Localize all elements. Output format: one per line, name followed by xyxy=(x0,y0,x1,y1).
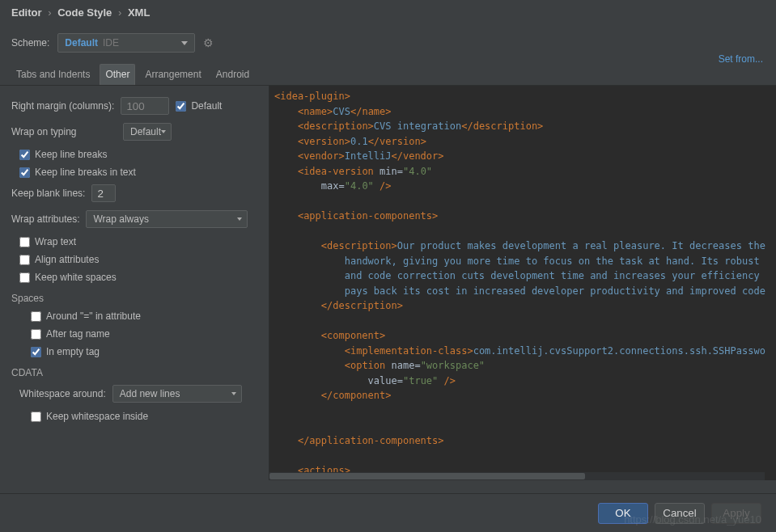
spaces-section-label: Spaces xyxy=(11,293,257,304)
scheme-name: Default xyxy=(65,37,98,49)
right-margin-input[interactable] xyxy=(121,97,169,115)
chevron-down-icon xyxy=(231,392,236,395)
keep-blank-label: Keep blank lines: xyxy=(11,188,85,199)
cdata-section-label: CDATA xyxy=(11,367,257,378)
scheme-label: Scheme: xyxy=(11,37,49,49)
align-attrs-checkbox[interactable] xyxy=(19,255,30,265)
scheme-select[interactable]: Default IDE xyxy=(57,33,195,53)
after-tag-checkbox[interactable] xyxy=(31,329,41,340)
keep-ws-inside-checkbox[interactable] xyxy=(31,412,41,422)
keep-line-breaks-text-label: Keep line breaks in text xyxy=(35,167,136,178)
align-attrs-label: Align attributes xyxy=(35,254,99,265)
wrap-typing-label: Wrap on typing xyxy=(11,126,117,137)
keep-ws-inside-label: Keep whitespace inside xyxy=(46,411,148,422)
around-eq-label: Around "=" in attribute xyxy=(46,310,141,322)
wrap-attrs-select[interactable]: Wrap always xyxy=(86,210,248,228)
keep-blank-input[interactable] xyxy=(91,184,116,202)
ws-around-value: Add new lines xyxy=(120,388,180,399)
set-from-link[interactable]: Set from... xyxy=(719,53,763,65)
breadcrumb-sep-icon: › xyxy=(48,6,51,19)
right-margin-label: Right margin (columns): xyxy=(11,100,114,112)
chevron-down-icon xyxy=(237,217,242,221)
settings-panel: Right margin (columns): Default Wrap on … xyxy=(0,86,269,480)
in-empty-label: In empty tag xyxy=(46,346,100,357)
scheme-ide: IDE xyxy=(103,37,119,49)
chevron-down-icon xyxy=(181,41,188,45)
horizontal-scrollbar[interactable] xyxy=(269,472,765,480)
breadcrumb-sep-icon: › xyxy=(118,6,121,19)
wrap-text-checkbox[interactable] xyxy=(19,237,30,247)
wrap-text-label: Wrap text xyxy=(35,236,76,247)
keep-line-breaks-label: Keep line breaks xyxy=(35,149,107,160)
breadcrumb: Editor › Code Style › XML xyxy=(0,0,776,25)
breadcrumb-3: XML xyxy=(128,6,150,19)
tabs: Tabs and Indents Other Arrangement Andro… xyxy=(0,64,776,86)
tab-arrangement[interactable]: Arrangement xyxy=(140,64,206,85)
cancel-button[interactable]: Cancel xyxy=(655,503,705,524)
tab-other[interactable]: Other xyxy=(100,64,135,85)
in-empty-checkbox[interactable] xyxy=(31,347,41,357)
wrap-typing-select[interactable]: Default xyxy=(123,123,172,141)
wrap-attrs-label: Wrap attributes: xyxy=(11,213,79,225)
around-eq-checkbox[interactable] xyxy=(31,311,41,322)
keep-line-breaks-text-checkbox[interactable] xyxy=(19,167,30,178)
code-preview: <idea-plugin> <name>CVS</name> <descript… xyxy=(269,86,776,480)
scrollbar-thumb[interactable] xyxy=(269,473,585,479)
scheme-row: Scheme: Default IDE ⚙ xyxy=(0,25,776,64)
ws-around-select[interactable]: Add new lines xyxy=(112,385,242,403)
wrap-attrs-value: Wrap always xyxy=(93,213,148,225)
keep-white-checkbox[interactable] xyxy=(19,272,30,283)
breadcrumb-1: Editor xyxy=(11,6,42,19)
ws-around-label: Whitespace around: xyxy=(19,388,106,399)
apply-button[interactable]: Apply xyxy=(711,503,761,524)
gear-icon[interactable]: ⚙ xyxy=(203,36,214,49)
default-margin-checkbox[interactable] xyxy=(176,101,186,112)
keep-line-breaks-checkbox[interactable] xyxy=(19,150,30,160)
ok-button[interactable]: OK xyxy=(598,503,648,524)
wrap-typing-value: Default xyxy=(130,126,161,137)
default-margin-label: Default xyxy=(191,100,222,112)
content: Right margin (columns): Default Wrap on … xyxy=(0,86,776,480)
keep-white-label: Keep white spaces xyxy=(35,272,117,283)
tab-tabs-indents[interactable]: Tabs and Indents xyxy=(11,64,95,85)
chevron-down-icon xyxy=(161,130,166,133)
after-tag-label: After tag name xyxy=(46,328,110,340)
breadcrumb-2: Code Style xyxy=(57,6,112,19)
tab-android[interactable]: Android xyxy=(211,64,254,85)
footer: OK Cancel Apply xyxy=(0,493,776,532)
